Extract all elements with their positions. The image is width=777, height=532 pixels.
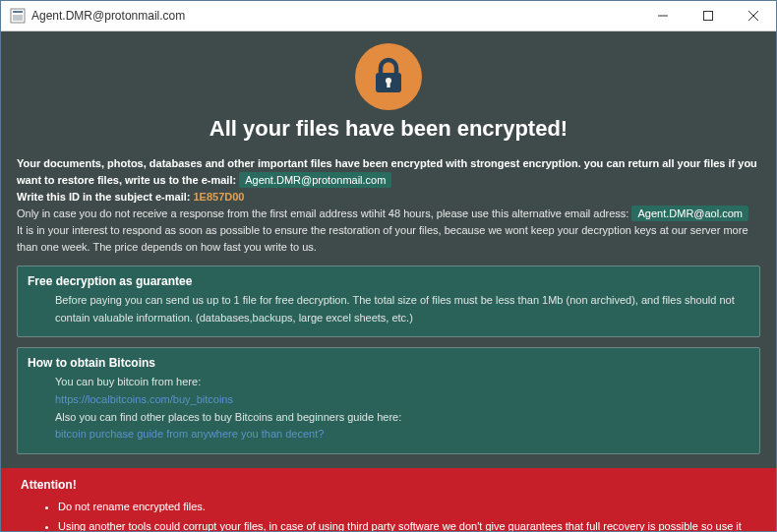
svg-rect-1 xyxy=(13,11,23,13)
intro-bold-2: Write this ID in the subject e-mail: xyxy=(17,191,190,203)
lock-icon-wrap xyxy=(17,43,760,110)
bitcoins-line-1: You can buy bitcoin from here: xyxy=(55,374,749,391)
svg-rect-2 xyxy=(13,15,23,21)
intro-line-2: Write this ID in the subject e-mail: 1E8… xyxy=(17,189,760,206)
email-secondary[interactable]: Agent.DMR@aol.com xyxy=(631,206,748,221)
bitcoins-title: How to obtain Bitcoins xyxy=(28,356,749,370)
main-heading: All your files have been encrypted! xyxy=(17,116,760,142)
bitcoin-link-1[interactable]: https://localbitcoins.com/buy_bitcoins xyxy=(55,391,749,409)
intro-line-3: Only in case you do not receive a respon… xyxy=(17,206,760,222)
content-area: All your files have been encrypted! Your… xyxy=(1,31,776,531)
ransom-window: Agent.DMR@protonmail.com xyxy=(0,0,777,532)
intro-text-3: Only in case you do not receive a respon… xyxy=(17,207,628,219)
guarantee-panel: Free decryption as guarantee Before payi… xyxy=(17,266,760,337)
bitcoins-panel: How to obtain Bitcoins You can buy bitco… xyxy=(17,347,760,453)
intro-line-1: Your documents, photos, databases and ot… xyxy=(17,155,760,189)
bitcoins-line-2: Also you can find other places to buy Bi… xyxy=(55,409,749,427)
lock-icon xyxy=(355,43,422,110)
bitcoins-body: You can buy bitcoin from here: https://l… xyxy=(28,374,749,443)
titlebar: Agent.DMR@protonmail.com xyxy=(1,1,776,31)
svg-rect-9 xyxy=(387,82,389,88)
intro-text: Your documents, photos, databases and ot… xyxy=(17,155,760,256)
guarantee-body: Before paying you can send us up to 1 fi… xyxy=(28,292,749,326)
victim-id: 1E857D00 xyxy=(194,191,245,203)
attention-item-2: Using another tools could corrupt your f… xyxy=(58,517,756,531)
attention-item-1: Do not rename encrypted files. xyxy=(58,498,756,517)
maximize-button[interactable] xyxy=(686,1,731,30)
app-icon xyxy=(10,8,26,24)
svg-rect-4 xyxy=(704,12,713,21)
attention-title: Attention! xyxy=(21,478,756,492)
bitcoin-link-2[interactable]: bitcoin purchase guide from anywhere you… xyxy=(55,426,749,443)
intro-line-4: It is in your interest to respond as soo… xyxy=(17,222,760,256)
email-primary[interactable]: Agent.DMR@protonmail.com xyxy=(239,172,391,188)
attention-list: Do not rename encrypted files. Using ano… xyxy=(21,498,756,531)
minimize-button[interactable] xyxy=(640,1,686,30)
window-title: Agent.DMR@protonmail.com xyxy=(31,9,640,23)
guarantee-title: Free decryption as guarantee xyxy=(28,274,749,288)
window-controls xyxy=(640,1,776,30)
close-button[interactable] xyxy=(731,1,776,30)
attention-panel: Attention! Do not rename encrypted files… xyxy=(1,468,776,531)
